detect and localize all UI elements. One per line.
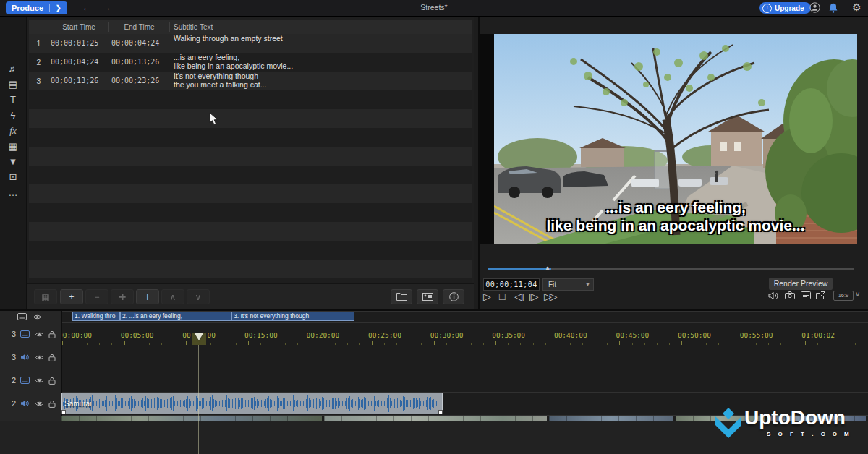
import-folder-button[interactable]	[391, 289, 412, 304]
start-time[interactable]: 00;00;04;24	[51, 53, 98, 72]
subtitle-clip-1[interactable]: 1. Walking thro	[72, 312, 120, 321]
notifications-button[interactable]	[829, 3, 838, 13]
fast-forward-button[interactable]: ▷▷	[544, 290, 556, 303]
move-down-button[interactable]: ∨	[187, 289, 210, 304]
subtitle-room-icon[interactable]: ⊡	[0, 170, 26, 184]
folder-icon	[396, 293, 407, 301]
subtitle-text[interactable]: ...is an eery feeling, like being in an …	[174, 53, 463, 70]
media-room-icon[interactable]: ♬	[0, 61, 26, 76]
end-time[interactable]: 00;00;23;26	[111, 72, 159, 90]
column-end-time[interactable]: End Time	[109, 20, 169, 34]
subtitle-clip-3[interactable]: 3. It's not everything though	[231, 312, 354, 321]
table-row-empty[interactable]	[29, 241, 472, 260]
adjustment-room-icon[interactable]: ▤	[0, 77, 26, 92]
clip-handle[interactable]	[61, 410, 66, 414]
table-row-empty[interactable]	[29, 184, 472, 203]
subtitle-text[interactable]: Walking through an empty street	[174, 35, 463, 43]
table-row-empty[interactable]	[29, 166, 472, 184]
next-frame-button[interactable]: |▷	[529, 290, 539, 304]
eye-icon[interactable]	[35, 401, 44, 407]
audio-clip[interactable]: Samurai	[61, 393, 443, 414]
column-subtitle-text[interactable]: Subtitle Text	[174, 20, 213, 34]
row-number: 2	[29, 53, 48, 72]
start-time[interactable]: 00;00;13;26	[51, 72, 98, 90]
table-row-empty[interactable]	[29, 147, 472, 166]
pip-objects-room-icon[interactable]: ▦	[0, 140, 26, 154]
end-time[interactable]: 00;00;04;24	[111, 34, 159, 53]
ruler-label: 00;20;00	[307, 331, 340, 339]
eye-icon[interactable]	[35, 377, 44, 384]
remove-subtitle-button[interactable]: −	[85, 289, 109, 304]
clip-handle[interactable]	[438, 410, 443, 414]
video-preview[interactable]: ...is an eery feeling, like being in an …	[494, 34, 857, 244]
track-header-3-video[interactable]: 3	[0, 322, 70, 346]
table-row-empty[interactable]	[29, 260, 472, 278]
render-preview-button[interactable]: Render Preview	[769, 278, 833, 290]
table-row[interactable]: 1 00;00;01;25 00;00;04;24 Walking throug…	[29, 34, 472, 53]
previous-frame-button[interactable]: ◁|	[514, 290, 524, 304]
track-header-2-audio[interactable]: 2	[0, 392, 70, 415]
lock-icon[interactable]	[48, 400, 56, 408]
table-row-empty[interactable]	[29, 128, 472, 147]
particle-room-icon[interactable]: ▼	[0, 155, 26, 169]
track-header-2-video[interactable]: 2	[0, 369, 70, 392]
export-image-button[interactable]	[417, 289, 438, 304]
preview-quality-button[interactable]	[801, 291, 811, 299]
text-format-button[interactable]: T	[136, 289, 159, 304]
import-srt-button[interactable]: ▦	[34, 289, 57, 304]
volume-button[interactable]	[768, 291, 779, 300]
seek-bar[interactable]	[488, 268, 854, 270]
upgrade-button[interactable]: ↑ Upgrade	[760, 2, 811, 14]
play-button[interactable]: ▷	[483, 290, 491, 303]
transition-room-icon[interactable]: ϟ	[0, 108, 26, 123]
table-row[interactable]: 2 00;00;04;24 00;00;13;26 ...is an eery …	[29, 53, 472, 72]
track-header-3-audio[interactable]: 3	[0, 346, 70, 369]
room-rail: ♬▤Tϟfx▦▼⊡…	[0, 17, 27, 309]
table-row[interactable]: 3 00;00;13;26 00;00;23;26 It's not every…	[29, 72, 472, 90]
subtitle-table: Start Time End Time Subtitle Text 1 00;0…	[27, 17, 474, 309]
settings-button[interactable]: ⚙	[852, 1, 861, 13]
start-time[interactable]: 00;00;01;25	[51, 34, 98, 53]
lock-icon[interactable]	[48, 354, 56, 361]
undock-button[interactable]	[816, 291, 825, 299]
video-thumbnail-segment[interactable]	[549, 416, 673, 421]
zoom-fit-select[interactable]: Fit ▼	[542, 278, 594, 291]
stop-button[interactable]: □	[499, 290, 505, 303]
lock-icon[interactable]	[48, 377, 56, 385]
chevron-down-icon[interactable]: ∨	[855, 290, 860, 298]
eye-icon[interactable]	[35, 331, 44, 338]
track-number: 2	[9, 399, 16, 408]
subtitle-toolbar: ▦+−✚T∧∨	[27, 283, 474, 310]
more-rooms-icon[interactable]: …	[0, 186, 26, 200]
current-timecode[interactable]: 00;00;11;04	[483, 278, 540, 291]
split-subtitle-button[interactable]: ✚	[111, 289, 134, 304]
external-window-icon	[816, 291, 825, 299]
upgrade-arrow-icon: ↑	[762, 4, 772, 13]
playhead[interactable]	[195, 333, 203, 340]
table-row-empty[interactable]	[29, 203, 472, 222]
end-time[interactable]: 00;00;13;26	[111, 53, 159, 72]
column-start-time[interactable]: Start Time	[48, 20, 109, 34]
eye-icon[interactable]	[33, 314, 42, 320]
table-row-empty[interactable]	[29, 90, 472, 109]
video-thumbnail-segment[interactable]	[61, 416, 322, 421]
title-room-icon[interactable]: T	[0, 93, 26, 107]
snapshot-button[interactable]	[785, 291, 795, 299]
add-subtitle-button[interactable]: +	[60, 289, 83, 304]
table-row-empty[interactable]	[29, 109, 472, 128]
video-thumbnail-segment[interactable]	[324, 416, 547, 421]
project-title: Streets*	[0, 3, 868, 12]
track-number: 3	[9, 353, 16, 361]
info-button[interactable]	[443, 289, 464, 304]
table-row-empty[interactable]	[29, 222, 472, 241]
subtitle-text[interactable]: It's not everything though the you meet …	[174, 72, 463, 89]
lock-icon[interactable]	[48, 330, 56, 338]
seek-thumb[interactable]: ▲	[544, 264, 551, 272]
move-up-button[interactable]: ∧	[161, 289, 184, 304]
aspect-ratio-badge[interactable]: 16:9	[833, 291, 854, 301]
eye-icon[interactable]	[35, 354, 44, 361]
subtitle-clip-2[interactable]: 2. ...is an eery feeling,	[120, 312, 231, 321]
effect-room-icon[interactable]: fx	[0, 124, 26, 138]
account-button[interactable]	[809, 2, 820, 13]
timeline-ruler[interactable]: 00;00;0000;05;0000;10;0000;15;0000;20;00…	[61, 330, 868, 345]
